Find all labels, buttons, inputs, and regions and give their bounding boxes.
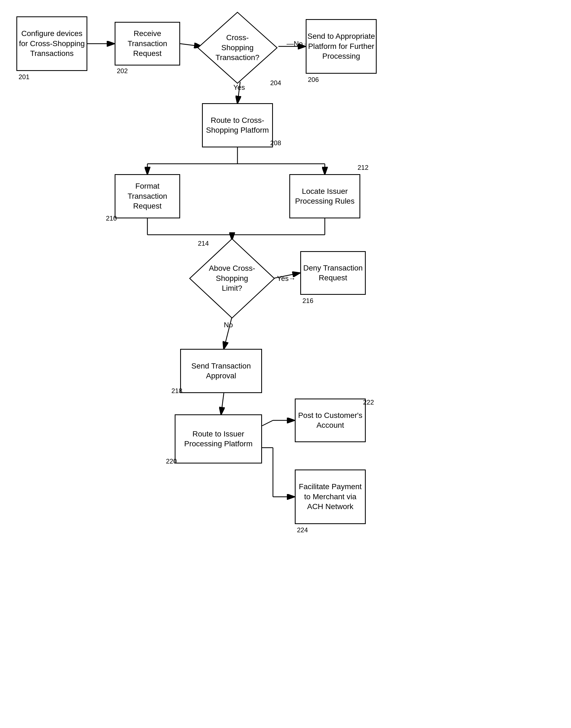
label-204: 204 <box>270 79 281 87</box>
no-label-214: No <box>224 321 233 329</box>
node-224: Facilitate Payment to Merchant via ACH N… <box>295 470 366 524</box>
yes-label-204: Yes <box>233 83 245 92</box>
node-208: Route to Cross-Shopping Platform <box>202 103 273 147</box>
node-218: Send Transaction Approval <box>180 349 262 393</box>
label-201: 201 <box>19 73 29 81</box>
label-216: 216 <box>303 297 313 305</box>
svg-line-18 <box>262 420 273 426</box>
label-202: 202 <box>117 67 128 75</box>
node-202: Receive Transaction Request <box>115 22 180 66</box>
node-222: Post to Customer's Account <box>295 398 366 442</box>
label-224: 224 <box>297 526 308 534</box>
yes-label-214: Yes→ <box>277 274 296 283</box>
node-212: Locate Issuer Processing Rules <box>289 174 360 218</box>
label-222: 222 <box>363 398 374 406</box>
node-214: Above Cross-Shopping Limit? <box>188 237 276 319</box>
node-204: Cross-Shopping Transaction? <box>197 11 278 85</box>
node-216: Deny Transaction Request <box>300 251 366 295</box>
svg-line-17 <box>221 393 224 414</box>
node-220: Route to Issuer Processing Platform <box>175 414 262 464</box>
label-218: 218 <box>172 387 182 395</box>
node-210: Format Transaction Request <box>115 174 180 218</box>
label-220: 220 <box>166 458 177 465</box>
label-206: 206 <box>308 76 319 84</box>
label-210: 210 <box>106 215 117 222</box>
label-214: 214 <box>198 240 209 247</box>
arrows-layer <box>0 0 571 728</box>
flowchart-diagram: Configure devices for Cross-Shopping Tra… <box>0 0 571 728</box>
label-208: 208 <box>270 139 281 147</box>
label-212: 212 <box>358 164 368 171</box>
node-206: Send to Appropriate Platform for Further… <box>306 19 377 74</box>
node-201: Configure devices for Cross-Shopping Tra… <box>16 16 87 71</box>
